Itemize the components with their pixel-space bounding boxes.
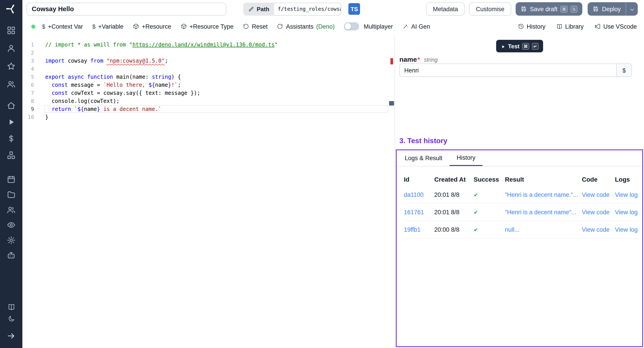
windmill-logo-icon[interactable] bbox=[0, 0, 22, 18]
code-line-1: 1// import * as wmill from "https://deno… bbox=[22, 41, 394, 49]
runs-play-icon[interactable] bbox=[7, 118, 16, 126]
save-draft-button[interactable]: Save draft ⌘ S bbox=[516, 2, 582, 16]
apps-grid-icon[interactable] bbox=[7, 26, 16, 35]
multiplayer-toggle[interactable] bbox=[344, 22, 359, 30]
refresh-icon bbox=[277, 23, 283, 30]
ai-gen-button[interactable]: AI Gen bbox=[402, 23, 430, 30]
favorites-star-icon[interactable] bbox=[7, 62, 16, 71]
line-number: 5 bbox=[22, 73, 34, 81]
view-code-link[interactable]: View code bbox=[582, 191, 610, 198]
vscode-icon bbox=[594, 23, 600, 30]
overview-cursor-marker bbox=[389, 101, 394, 106]
library-button[interactable]: Library bbox=[556, 23, 584, 30]
collapse-sidebar-arrow-icon[interactable] bbox=[6, 331, 16, 341]
edit-path-button[interactable]: Path bbox=[243, 2, 274, 16]
view-code-link[interactable]: View code bbox=[582, 209, 610, 216]
tab-logs-result[interactable]: Logs & Result bbox=[398, 150, 450, 166]
code-line-7: 7 const cowText = cowsay.say({ text: mes… bbox=[22, 89, 394, 97]
history-table: IdCreated AtSuccessResultCodeLogs da1100… bbox=[404, 173, 638, 238]
history-table-header: IdCreated AtSuccessResultCodeLogs bbox=[404, 173, 638, 186]
job-id-link[interactable]: 161761 bbox=[404, 209, 424, 216]
path-input[interactable]: f/testing_roles/cowsa bbox=[274, 2, 341, 16]
wand-sparkles-icon bbox=[402, 23, 408, 30]
path-group: Path f/testing_roles/cowsa bbox=[243, 2, 341, 16]
column-header-code: Code bbox=[582, 176, 615, 183]
insert-variable-button[interactable]: $ bbox=[616, 64, 632, 76]
job-id-link[interactable]: da1100 bbox=[404, 191, 424, 198]
result-link[interactable]: null... bbox=[505, 226, 520, 233]
home-icon[interactable] bbox=[7, 101, 16, 110]
tab-history[interactable]: History bbox=[450, 150, 482, 166]
sidebar bbox=[0, 0, 22, 348]
overview-error-marker bbox=[390, 58, 393, 64]
deploy-button[interactable]: Deploy bbox=[588, 2, 626, 16]
table-row: 16176120:01 8/8✔"Henri is a decent name"… bbox=[404, 204, 638, 221]
success-check-icon: ✔ bbox=[474, 226, 478, 233]
workers-robot-icon[interactable] bbox=[7, 251, 16, 260]
windmill-script-editor: Cowsay Hello Path f/testing_roles/cowsa … bbox=[0, 0, 644, 348]
name-arg-value: Henri bbox=[400, 67, 616, 74]
use-vscode-button[interactable]: Use VScode bbox=[594, 23, 637, 30]
history-button[interactable]: History bbox=[518, 23, 546, 30]
script-name-input[interactable]: Cowsay Hello bbox=[26, 2, 226, 16]
metadata-button[interactable]: Metadata bbox=[426, 2, 465, 16]
assistants-lang-label: (Deno) bbox=[316, 23, 335, 30]
add-variable-button[interactable]: $ +Variable bbox=[92, 23, 124, 30]
groups-icon[interactable] bbox=[7, 205, 16, 214]
add-context-var-button[interactable]: $ +Context Var bbox=[42, 23, 83, 30]
result-link[interactable]: "Henri is a decent name."... bbox=[505, 191, 578, 198]
schedules-calendar-icon[interactable] bbox=[7, 175, 16, 184]
typescript-badge: TS bbox=[348, 3, 360, 15]
view-logs-link[interactable]: View logs bbox=[615, 209, 638, 216]
view-logs-link[interactable]: View logs bbox=[615, 191, 638, 198]
line-number: 9 bbox=[22, 105, 34, 113]
folders-icon[interactable] bbox=[7, 190, 16, 199]
cmd-key-badge: ⌘ bbox=[522, 43, 529, 50]
chevron-down-icon bbox=[629, 6, 635, 12]
line-number: 8 bbox=[22, 97, 34, 105]
column-header-id: Id bbox=[404, 176, 434, 183]
name-arg-input[interactable]: Henri $ bbox=[399, 64, 632, 77]
deploy-dropdown-button[interactable] bbox=[626, 2, 638, 16]
deploy-icon bbox=[592, 6, 599, 12]
profile-user-icon[interactable] bbox=[7, 44, 16, 53]
add-resource-button[interactable]: +Resource bbox=[133, 23, 171, 30]
docs-book-icon[interactable] bbox=[8, 303, 15, 311]
line-number: 7 bbox=[22, 89, 34, 97]
result-link[interactable]: "Henri is a decent name"... bbox=[505, 209, 576, 216]
created-at: 20:01 8/8 bbox=[434, 209, 460, 216]
resources-boxes-icon[interactable] bbox=[7, 151, 16, 160]
view-logs-link[interactable]: View logs bbox=[615, 226, 638, 233]
table-row: da110020:01 8/8✔"Henri is a decent name.… bbox=[404, 186, 638, 204]
customise-button[interactable]: Customise bbox=[469, 2, 511, 16]
job-id-link[interactable]: 19ffb1 bbox=[404, 226, 420, 233]
variables-dollar-icon[interactable] bbox=[7, 134, 16, 143]
editor-toolbar: $ +Context Var $ +Variable +Resource +Re… bbox=[22, 18, 644, 35]
test-button[interactable]: Test ⌘ ↵ bbox=[496, 40, 543, 52]
success-check-icon: ✔ bbox=[474, 192, 478, 198]
line-number: 4 bbox=[22, 65, 34, 73]
connection-status-dot bbox=[31, 24, 35, 28]
add-resource-type-button[interactable]: +Resource Type bbox=[180, 23, 234, 30]
history-tabs: Logs & Result History bbox=[397, 150, 642, 166]
column-header-success: Success bbox=[474, 176, 505, 183]
created-at: 20:01 8/8 bbox=[434, 191, 460, 198]
column-header-created-at: Created At bbox=[434, 176, 474, 183]
assistants-button[interactable]: Assistants (Deno) bbox=[277, 23, 335, 30]
audit-logs-eye-icon[interactable] bbox=[7, 220, 16, 230]
package-icon bbox=[133, 23, 139, 30]
s-key-badge: S bbox=[571, 6, 577, 12]
reset-button[interactable]: Reset bbox=[243, 23, 268, 30]
workspace-users-icon[interactable] bbox=[7, 80, 16, 88]
view-code-link[interactable]: View code bbox=[582, 226, 610, 233]
theme-moon-icon[interactable] bbox=[8, 315, 15, 322]
code-line-6: 6 const message = `Hello there, ${name}!… bbox=[22, 81, 394, 89]
code-line-5: 5export async function main(name: string… bbox=[22, 73, 394, 81]
line-number: 3 bbox=[22, 57, 34, 65]
play-icon bbox=[500, 44, 505, 48]
settings-gear-icon[interactable] bbox=[7, 236, 16, 245]
success-check-icon: ✔ bbox=[474, 209, 478, 216]
arg-type-label: string bbox=[424, 57, 438, 63]
arg-field-label: name* string bbox=[399, 56, 438, 63]
code-editor[interactable]: 1// import * as wmill from "https://deno… bbox=[22, 35, 394, 348]
